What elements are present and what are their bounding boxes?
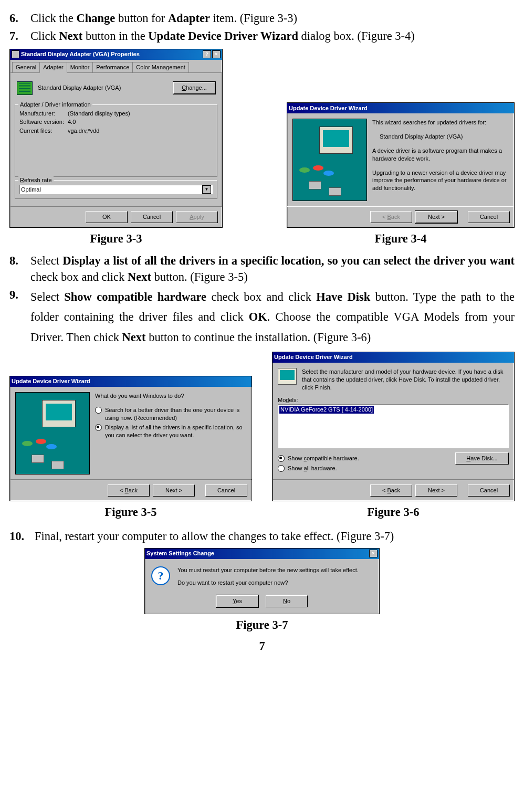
cancel-button[interactable]: Cancel [131, 211, 173, 223]
step-10-num: 10. [9, 529, 35, 544]
message-text: You must restart your computer before th… [177, 566, 373, 587]
step-8-body: Select Display a list of all the drivers… [30, 253, 515, 285]
figure-row-1: Standard Display Adapter (VGA) Propertie… [9, 49, 515, 247]
question-icon: ? [151, 566, 170, 585]
tab-general[interactable]: General [12, 62, 40, 72]
figure-3-5: Update Device Driver Wizard What do you … [9, 376, 252, 520]
models-label: Models: [278, 396, 509, 404]
wizard-graphic [15, 392, 90, 474]
radio-icon [278, 455, 285, 462]
step-10: 10. Final, restart your computer to allo… [9, 529, 515, 544]
change-button[interactable]: Change... [173, 82, 215, 94]
figure-3-7-caption: Figure 3-7 [236, 617, 288, 633]
figure-3-4: Update Device Driver Wizard This wizard … [287, 102, 515, 247]
titlebar: Update Device Driver Wizard [10, 376, 251, 387]
step-6-num: 6. [9, 10, 30, 26]
refresh-rate-select[interactable]: Optimal ▼ [19, 185, 213, 194]
step-6: 6. Click the Change button for Adapter i… [9, 10, 515, 26]
manufacturer-value: (Standard display types) [68, 110, 130, 118]
adapter-name: Standard Display Adapter (VGA) [38, 84, 173, 92]
current-files-value: vga.drv,*vdd [68, 127, 99, 135]
step-7-body: Click Next button in the Update Device D… [30, 28, 515, 44]
radio-search-better[interactable]: Search for a better driver than the one … [95, 406, 246, 422]
yes-button[interactable]: Yes [216, 595, 258, 607]
figure-3-6-caption: Figure 3-6 [368, 504, 420, 520]
apply-button[interactable]: Apply [176, 211, 218, 223]
have-disk-button[interactable]: Have Disk... [455, 452, 509, 465]
dialog-update-wizard-3: Update Device Driver Wizard Select the m… [272, 352, 515, 501]
titlebar: Update Device Driver Wizard [273, 352, 514, 363]
figure-3-6: Update Device Driver Wizard Select the m… [272, 352, 515, 520]
step-7: 7. Click Next button in the Update Devic… [9, 28, 515, 44]
tab-performance[interactable]: Performance [92, 62, 133, 72]
next-button[interactable]: Next > [153, 484, 195, 497]
software-version-label: Software version: [19, 118, 68, 126]
dialog-icon [12, 50, 19, 58]
step-9-num: 9. [9, 287, 30, 347]
step-6-body: Click the Change button for Adapter item… [30, 10, 515, 26]
monitor-icon [278, 368, 297, 385]
step-9-body: Select Show compatible hardware check bo… [30, 287, 515, 347]
dialog-system-settings-change: System Settings Change × ? You must rest… [144, 548, 380, 615]
step-7-num: 7. [9, 28, 30, 44]
page-number: 7 [9, 638, 515, 654]
figure-3-4-caption: Figure 3-4 [375, 231, 427, 247]
radio-icon [95, 424, 102, 431]
tab-monitor[interactable]: Monitor [67, 62, 93, 72]
dropdown-arrow-icon: ▼ [202, 185, 211, 194]
step-8: 8. Select Display a list of all the driv… [9, 253, 515, 285]
cancel-button[interactable]: Cancel [205, 484, 247, 497]
dialog-title: Update Device Driver Wizard [289, 104, 368, 112]
current-files-label: Current files: [19, 127, 68, 135]
radio-icon [278, 465, 285, 472]
next-button[interactable]: Next > [415, 211, 457, 223]
wizard-graphic [292, 119, 367, 201]
close-button[interactable]: × [212, 50, 221, 58]
adapter-driver-info-group: Adapter / Driver information Manufacture… [15, 104, 217, 177]
dialog-update-wizard-2: Update Device Driver Wizard What do you … [9, 376, 252, 501]
figure-3-3-caption: Figure 3-3 [90, 231, 142, 247]
titlebar: Update Device Driver Wizard [287, 103, 514, 113]
manufacturer-label: Manufacturer: [19, 110, 68, 118]
dialog-adapter-properties: Standard Display Adapter (VGA) Propertie… [9, 49, 223, 228]
dialog-title: System Settings Change [146, 550, 214, 557]
figure-3-7: System Settings Change × ? You must rest… [9, 548, 515, 634]
help-button[interactable]: ? [203, 50, 211, 58]
no-button[interactable]: No [266, 595, 308, 607]
cancel-button[interactable]: Cancel [468, 211, 510, 223]
model-item[interactable]: NVIDIA GeForce2 GTS [ 4-14-2000] [279, 406, 374, 414]
titlebar: Standard Display Adapter (VGA) Propertie… [10, 49, 222, 60]
cancel-button[interactable]: Cancel [468, 484, 510, 497]
software-version-value: 4.0 [68, 118, 76, 126]
step-8-num: 8. [9, 253, 30, 285]
tab-adapter[interactable]: Adapter [39, 62, 67, 73]
wizard-text: What do you want Windows to do? Search f… [95, 392, 246, 474]
back-button[interactable]: < Back [370, 211, 412, 223]
titlebar: System Settings Change × [145, 549, 379, 559]
radio-show-all[interactable]: Show all hardware. [278, 465, 455, 472]
dialog-title: Update Device Driver Wizard [12, 377, 90, 385]
figure-3-3: Standard Display Adapter (VGA) Propertie… [9, 49, 223, 247]
radio-show-compatible[interactable]: Show compatible hardware. [278, 455, 455, 462]
next-button[interactable]: Next > [415, 484, 457, 497]
close-button[interactable]: × [369, 550, 378, 557]
radio-display-list[interactable]: Display a list of all the drivers in a s… [95, 424, 246, 439]
figure-row-2: Update Device Driver Wizard What do you … [9, 352, 515, 520]
tab-color-management[interactable]: Color Management [132, 62, 189, 72]
ok-button[interactable]: OK [86, 211, 128, 223]
back-button[interactable]: < Back [108, 484, 150, 497]
adapter-icon [17, 81, 33, 95]
intro-text: Select the manufacturer and model of you… [302, 368, 509, 392]
step-10-body: Final, restart your computer to allow th… [35, 529, 515, 544]
wizard-text: This wizard searches for updated drivers… [372, 119, 509, 201]
models-listbox[interactable]: NVIDIA GeForce2 GTS [ 4-14-2000] [278, 404, 509, 448]
refresh-rate-group: Refresh rate Optimal ▼ [15, 180, 217, 199]
tabstrip: General Adapter Monitor Performance Colo… [10, 60, 222, 72]
dialog-title: Update Device Driver Wizard [274, 353, 353, 361]
back-button[interactable]: < Back [370, 484, 412, 497]
radio-icon [95, 407, 102, 414]
dialog-title: Standard Display Adapter (VGA) Propertie… [21, 50, 140, 58]
step-9: 9. Select Show compatible hardware check… [9, 287, 515, 347]
figure-3-5-caption: Figure 3-5 [105, 504, 157, 520]
dialog-update-wizard-1: Update Device Driver Wizard This wizard … [287, 102, 515, 228]
